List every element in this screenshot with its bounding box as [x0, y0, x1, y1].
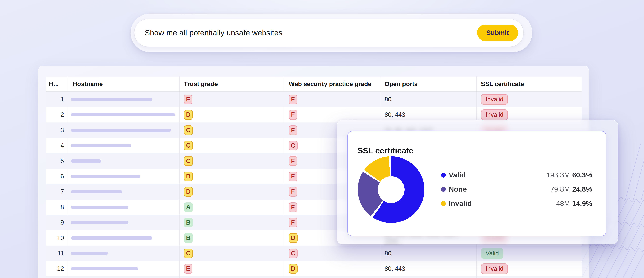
- trust-grade-cell: B: [180, 215, 284, 230]
- trust-grade-badge: E: [184, 95, 192, 104]
- chart-legend: Valid 193.3M60.3% None 79.8M24.8% Invali…: [441, 168, 592, 211]
- search-field[interactable]: Show me all potentially unsafe websites …: [134, 19, 524, 47]
- table-header-row: H...HostnameTrust gradeWeb security prac…: [46, 77, 582, 92]
- legend-label: Valid: [449, 171, 466, 179]
- open-ports-value: 80, 443: [384, 265, 405, 272]
- trust-grade-cell: B: [180, 230, 284, 246]
- redacted-hostname-bar: [71, 267, 138, 271]
- trust-grade-cell: D: [180, 169, 284, 184]
- submit-button[interactable]: Submit: [477, 25, 518, 41]
- legend-dot-icon: [441, 172, 446, 178]
- redacted-hostname-bar: [71, 236, 152, 240]
- row-number-cell: 6: [46, 169, 68, 184]
- legend-label: Invalid: [449, 199, 472, 208]
- legend-dot-icon: [441, 187, 446, 192]
- web-security-grade-badge: F: [289, 125, 297, 135]
- open-ports-cell: 80, 443: [380, 261, 477, 276]
- row-number: 12: [57, 265, 64, 272]
- legend-item: Invalid 48M14.9%: [441, 196, 592, 211]
- web-grade-cell: [284, 277, 380, 278]
- redacted-hostname-bar: [71, 98, 152, 101]
- legend-percent: 24.8%: [572, 185, 592, 193]
- web-grade-cell: D: [284, 261, 380, 276]
- trust-grade-badge: C: [184, 249, 193, 258]
- open-ports-cell: 80: [380, 246, 477, 261]
- trust-grade-badge: C: [184, 156, 193, 166]
- trust-grade-cell: C: [180, 138, 284, 153]
- redacted-hostname-bar: [71, 113, 175, 117]
- web-security-grade-badge: F: [289, 218, 297, 227]
- table-row[interactable]: 12 E D 80, 443 Invalid: [46, 261, 582, 276]
- row-number: 5: [60, 157, 64, 164]
- redacted-hostname-bar: [71, 159, 101, 163]
- table-row[interactable]: 13: [46, 276, 582, 278]
- search-input[interactable]: Show me all potentially unsafe websites: [145, 28, 477, 37]
- web-security-grade-badge: D: [289, 233, 298, 243]
- row-number-cell: 12: [46, 261, 68, 276]
- ssl-popup-card: SSL certificate Valid 193.3M60.3% None 7…: [348, 131, 606, 236]
- row-number: 1: [60, 96, 64, 103]
- legend-dot-icon: [441, 201, 446, 206]
- row-number-cell: 10: [46, 230, 68, 246]
- open-ports-cell: 80: [380, 92, 477, 107]
- web-security-grade-badge: F: [289, 187, 297, 197]
- legend-percent: 60.3%: [572, 171, 592, 179]
- ssl-cell: Invalid: [477, 261, 582, 276]
- hostname-cell: [68, 215, 180, 230]
- trust-grade-cell: C: [180, 153, 284, 168]
- legend-count: 48M: [556, 199, 570, 207]
- open-ports-value: 80, 443: [384, 111, 405, 118]
- trust-grade-badge: D: [184, 187, 193, 197]
- trust-grade-badge: C: [184, 141, 193, 150]
- web-security-grade-badge: F: [289, 95, 297, 104]
- redacted-hostname-bar: [71, 144, 131, 147]
- trust-grade-badge: A: [184, 202, 193, 212]
- web-security-grade-badge: C: [289, 249, 298, 258]
- row-number: 2: [60, 111, 64, 118]
- column-header-ssl-certificate[interactable]: SSL certificate: [477, 77, 582, 91]
- web-security-grade-badge: F: [289, 171, 297, 181]
- search-bar: Show me all potentially unsafe websites …: [131, 13, 532, 52]
- legend-item: None 79.8M24.8%: [441, 182, 592, 196]
- row-number-cell: 2: [46, 107, 68, 122]
- hostname-cell: [68, 199, 180, 215]
- row-number: 9: [60, 219, 64, 226]
- row-number-cell: 13: [46, 277, 68, 278]
- trust-grade-cell: [180, 277, 284, 278]
- open-ports-cell: [380, 277, 477, 278]
- trust-grade-cell: A: [180, 199, 284, 215]
- column-header-hostname[interactable]: Hostname: [68, 77, 180, 91]
- row-number-cell: 8: [46, 199, 68, 215]
- row-number-cell: 3: [46, 123, 68, 138]
- row-number: 10: [57, 235, 64, 242]
- ssl-cell: Valid: [477, 246, 582, 261]
- hostname-cell: [68, 277, 180, 278]
- page: { "colors": { "accent_yellow": "#fcca04"…: [0, 0, 644, 278]
- hostname-cell: [68, 138, 180, 153]
- redacted-hostname-bar: [71, 252, 108, 255]
- column-header-h[interactable]: H...: [46, 77, 68, 91]
- open-ports-value: 80: [384, 250, 392, 257]
- legend-label: None: [449, 185, 467, 193]
- ssl-cell: [477, 277, 582, 278]
- ssl-status-badge: Invalid: [481, 110, 508, 120]
- table-row[interactable]: 11 C C 80 Valid: [46, 246, 582, 261]
- row-number-cell: 9: [46, 215, 68, 230]
- ssl-status-badge: Invalid: [481, 264, 508, 274]
- ssl-status-badge: Valid: [481, 248, 504, 259]
- row-number: 6: [60, 173, 64, 180]
- ssl-cell: Invalid: [477, 92, 582, 107]
- web-grade-cell: C: [284, 246, 380, 261]
- column-header-web-security-practice-grade[interactable]: Web security practice grade: [284, 77, 380, 91]
- row-number: 4: [60, 142, 64, 149]
- column-header-trust-grade[interactable]: Trust grade: [180, 77, 284, 91]
- trust-grade-badge: D: [184, 110, 193, 120]
- legend-values: 48M14.9%: [556, 199, 592, 208]
- table-row[interactable]: 1 E F 80 Invalid: [46, 92, 582, 107]
- redacted-hostname-bar: [71, 190, 122, 193]
- hostname-cell: [68, 230, 180, 246]
- web-security-grade-badge: F: [289, 110, 297, 120]
- trust-grade-cell: C: [180, 123, 284, 138]
- column-header-open-ports[interactable]: Open ports: [380, 77, 477, 91]
- donut-chart: [358, 156, 424, 223]
